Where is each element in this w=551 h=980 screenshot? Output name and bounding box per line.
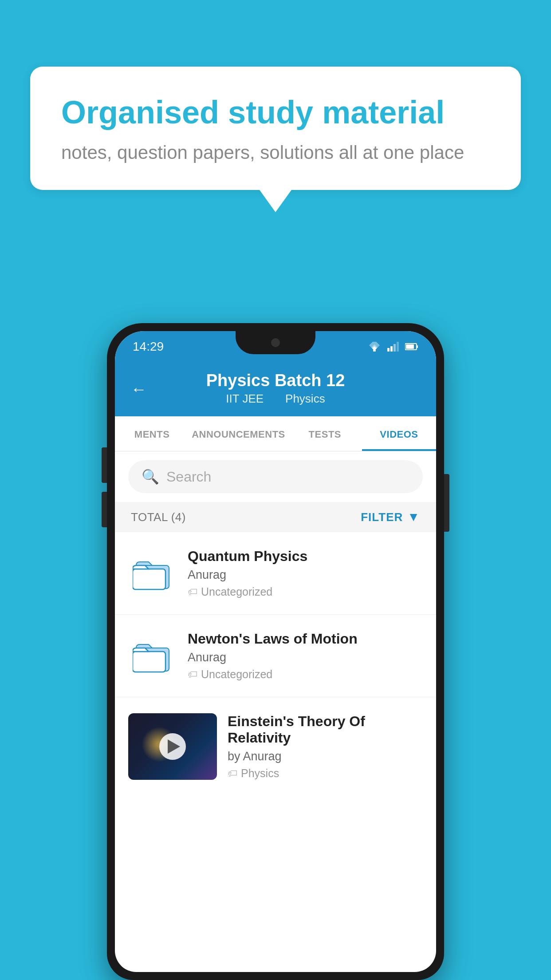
filter-icon: ▼ [407,510,420,524]
tag-icon: 🏷 [188,669,197,680]
list-item[interactable]: Quantum Physics Anurag 🏷 Uncategorized [115,532,436,615]
wifi-icon [368,342,381,352]
video-list: Quantum Physics Anurag 🏷 Uncategorized [115,532,436,796]
item-tag: 🏷 Uncategorized [188,585,423,598]
svg-rect-12 [133,569,165,589]
list-item[interactable]: Einstein's Theory Of Relativity by Anura… [115,697,436,796]
filter-button[interactable]: FILTER ▼ [361,510,420,524]
bubble-subtext: notes, question papers, solutions all at… [61,142,490,163]
item-author: Anurag [188,568,423,582]
item-title: Quantum Physics [188,548,423,565]
signal-icon [387,342,399,352]
tab-bar: MENTS ANNOUNCEMENTS TESTS VIDEOS [115,416,436,451]
subtitle-left: IIT JEE [226,392,264,405]
app-title: Physics Batch 12 [133,371,418,390]
item-tag: 🏷 Physics [228,767,423,780]
svg-rect-10 [406,344,414,349]
item-info: Newton's Laws of Motion Anurag 🏷 Uncateg… [188,631,423,681]
list-item[interactable]: Newton's Laws of Motion Anurag 🏷 Uncateg… [115,615,436,697]
subtitle-right: Physics [285,392,325,405]
phone-screen: 14:29 [115,331,436,972]
svg-rect-7 [397,342,399,352]
tab-tests[interactable]: TESTS [288,416,362,451]
status-time: 14:29 [133,340,164,354]
speech-bubble-arrow [260,190,291,212]
svg-rect-14 [133,652,165,672]
play-button[interactable] [159,733,186,760]
play-triangle-icon [168,739,180,754]
item-info: Einstein's Theory Of Relativity by Anura… [228,713,423,780]
filter-label: FILTER [361,510,403,524]
tag-icon: 🏷 [188,586,197,598]
folder-icon [133,556,173,591]
item-title: Einstein's Theory Of Relativity [228,713,423,746]
tag-icon: 🏷 [228,768,237,779]
tag-label: Physics [241,767,279,780]
notch [236,331,315,354]
tag-label: Uncategorized [201,585,272,598]
svg-rect-4 [387,348,390,352]
svg-rect-9 [417,345,418,348]
status-icons [368,342,418,352]
camera [271,338,280,347]
svg-rect-5 [390,346,393,352]
search-placeholder: Search [166,469,211,485]
bubble-headline: Organised study material [61,93,490,131]
tab-announcements[interactable]: ANNOUNCEMENTS [189,416,288,451]
folder-icon [133,638,173,674]
item-tag: 🏷 Uncategorized [188,668,423,681]
item-author: Anurag [188,651,423,664]
search-bar: 🔍 Search [115,451,436,502]
svg-rect-6 [394,344,396,352]
speech-bubble-section: Organised study material notes, question… [30,67,521,212]
volume-up-button [102,447,107,483]
item-title: Newton's Laws of Motion [188,631,423,647]
item-thumbnail [128,632,177,680]
app-header: ← Physics Batch 12 IIT JEE Physics [115,362,436,416]
app-subtitle: IIT JEE Physics [133,392,418,406]
tag-label: Uncategorized [201,668,272,681]
filter-bar: TOTAL (4) FILTER ▼ [115,502,436,532]
power-button [444,474,449,532]
speech-bubble-card: Organised study material notes, question… [30,67,521,190]
volume-down-button [102,492,107,527]
item-info: Quantum Physics Anurag 🏷 Uncategorized [188,548,423,598]
item-thumbnail [128,549,177,598]
search-icon: 🔍 [142,468,159,485]
battery-icon [405,343,418,350]
item-author: by Anurag [228,750,423,763]
tab-videos[interactable]: VIDEOS [362,416,436,451]
search-input-wrapper[interactable]: 🔍 Search [128,460,423,493]
back-button[interactable]: ← [131,380,147,399]
video-thumbnail [128,713,217,780]
total-count: TOTAL (4) [131,510,186,524]
status-bar: 14:29 [115,331,436,362]
phone-frame: 14:29 [107,323,444,980]
tab-ments[interactable]: MENTS [115,416,189,451]
